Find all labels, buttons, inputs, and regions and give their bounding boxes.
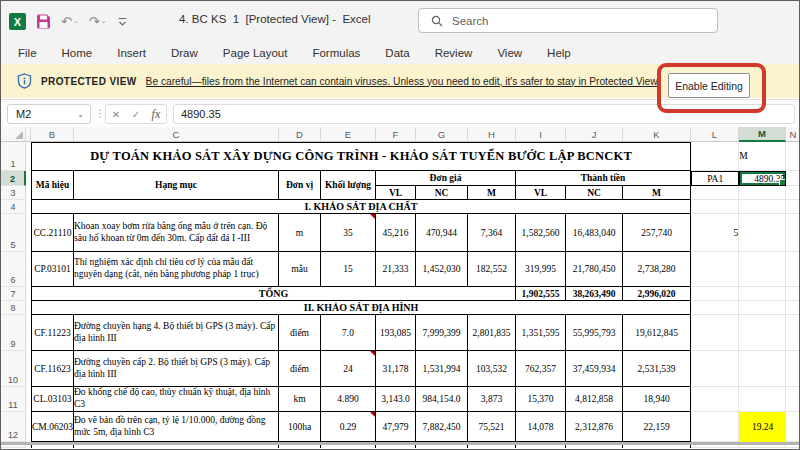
item-amount-m-cell[interactable]: 18,940	[623, 387, 691, 412]
undo-icon[interactable]: ↶⌄	[61, 14, 79, 29]
item-description-cell[interactable]: Thí nghiệm xác định chỉ tiêu cơ lý của m…	[74, 252, 279, 287]
item-amount-nc-cell[interactable]: 21,780,450	[566, 252, 623, 287]
header-ma-hieu[interactable]: Mã hiệu	[31, 171, 74, 200]
section-1-header[interactable]: I. KHẢO SÁT ĐỊA CHẤT	[31, 200, 691, 214]
empty-cell[interactable]	[786, 200, 800, 214]
enter-icon[interactable]: ✓	[132, 109, 140, 120]
column-header-e[interactable]: E	[321, 127, 376, 142]
save-icon[interactable]	[36, 14, 51, 29]
empty-cell[interactable]	[786, 186, 800, 200]
empty-cell[interactable]	[786, 412, 800, 442]
menu-tab-page-layout[interactable]: Page Layout	[223, 47, 288, 59]
item-code-cell[interactable]: CF.11223	[31, 315, 74, 351]
empty-cell[interactable]	[786, 301, 800, 315]
column-header-d[interactable]: D	[279, 127, 321, 142]
menu-tab-home[interactable]: Home	[62, 47, 93, 59]
empty-cell[interactable]	[691, 186, 739, 200]
row-header-4[interactable]: 4	[1, 200, 26, 214]
item-description-cell[interactable]: Đường chuyền hạng 4. Bộ thiết bị GPS (3 …	[74, 315, 279, 351]
header-nc[interactable]: NC	[566, 186, 623, 200]
empty-cell[interactable]	[786, 142, 800, 171]
menu-tab-review[interactable]: Review	[435, 47, 473, 59]
column-header-l[interactable]: L	[691, 127, 739, 142]
column-header-h[interactable]: H	[468, 127, 516, 142]
empty-cell[interactable]	[786, 315, 800, 351]
item-unit-cell[interactable]: km	[279, 387, 321, 412]
empty-cell[interactable]	[739, 315, 786, 351]
column-header-i[interactable]: I	[516, 127, 566, 142]
pa1-cell[interactable]: PA1	[691, 171, 739, 186]
item-quantity-cell[interactable]: 24	[321, 351, 376, 387]
row-header-8[interactable]: 8	[1, 301, 26, 315]
item-unit-cell[interactable]: m	[279, 214, 321, 252]
total-label-cell[interactable]: TỔNG	[31, 287, 516, 301]
item-quantity-cell[interactable]: 4.890	[321, 387, 376, 412]
empty-cell[interactable]	[786, 387, 800, 412]
item-amount-vl-cell[interactable]: 15,370	[516, 387, 566, 412]
empty-cell[interactable]	[786, 287, 800, 301]
menu-tab-data[interactable]: Data	[385, 47, 409, 59]
item-amount-m-cell[interactable]: 2,531,539	[623, 351, 691, 387]
item-amount-nc-cell[interactable]: 37,459,934	[566, 351, 623, 387]
item-amount-nc-cell[interactable]: 55,995,793	[566, 315, 623, 351]
empty-cell[interactable]	[739, 351, 786, 387]
formula-input[interactable]: 4890.35	[173, 104, 795, 124]
menu-tab-view[interactable]: View	[497, 47, 522, 59]
empty-cell[interactable]	[691, 387, 739, 412]
empty-cell[interactable]	[786, 351, 800, 387]
header-khoi-luong[interactable]: Khối lượng	[321, 171, 376, 200]
header-don-vi[interactable]: Đơn vị	[279, 171, 321, 200]
item-unitprice-vl-cell[interactable]: 31,178	[376, 351, 416, 387]
item-description-cell[interactable]: Đo khống chế độ cao, thủy chuẩn kỹ thuật…	[74, 387, 279, 412]
item-unitprice-nc-cell[interactable]: 1,531,994	[416, 351, 468, 387]
empty-cell[interactable]	[691, 412, 739, 442]
item-quantity-cell[interactable]: 15	[321, 252, 376, 287]
item-amount-vl-cell[interactable]: 762,357	[516, 351, 566, 387]
sheet-title-cell[interactable]: DỰ TOÁN KHẢO SÁT XÂY DỰNG CÔNG TRÌNH - K…	[31, 142, 691, 171]
item-unitprice-nc-cell[interactable]: 470,944	[416, 214, 468, 252]
item-amount-m-cell[interactable]: 2,738,280	[623, 252, 691, 287]
column-header-k[interactable]: K	[623, 127, 691, 142]
item-unitprice-vl-cell[interactable]: 45,216	[376, 214, 416, 252]
item-unitprice-nc-cell[interactable]: 1,452,030	[416, 252, 468, 287]
item-quantity-cell[interactable]: 35	[321, 214, 376, 252]
item-code-cell[interactable]: CF.11623	[31, 351, 74, 387]
column-header-n[interactable]: N	[786, 127, 800, 142]
empty-cell[interactable]	[691, 351, 739, 387]
enable-editing-button[interactable]: Enable Editing	[668, 73, 750, 98]
item-unitprice-m-cell[interactable]: 103,532	[468, 351, 516, 387]
row-header-11[interactable]: 11	[1, 387, 26, 412]
name-box[interactable]: M2 ⌄	[7, 104, 91, 124]
empty-cell[interactable]	[739, 200, 786, 214]
header-vl[interactable]: VL	[516, 186, 566, 200]
empty-cell[interactable]	[786, 171, 800, 186]
item-unitprice-m-cell[interactable]: 182,552	[468, 252, 516, 287]
item-amount-m-cell[interactable]: 19,612,845	[623, 315, 691, 351]
item-code-cell[interactable]: CP.03101	[31, 252, 74, 287]
header-nc[interactable]: NC	[416, 186, 468, 200]
protected-view-message-link[interactable]: Be careful—files from the Internet can c…	[146, 76, 660, 87]
header-m[interactable]: M	[623, 186, 691, 200]
active-cell-m2[interactable]: 4890.35	[739, 171, 786, 186]
item-unitprice-vl-cell[interactable]: 21,333	[376, 252, 416, 287]
item-unit-cell[interactable]: điểm	[279, 351, 321, 387]
menu-tab-insert[interactable]: Insert	[117, 47, 146, 59]
column-header-g[interactable]: G	[416, 127, 468, 142]
menu-tab-formulas[interactable]: Formulas	[312, 47, 360, 59]
item-unitprice-m-cell[interactable]: 7,364	[468, 214, 516, 252]
item-description-cell[interactable]: Đường chuyền cấp 2. Bộ thiết bị GPS (3 m…	[74, 351, 279, 387]
item-amount-m-cell[interactable]: 22,159	[623, 412, 691, 442]
empty-cell[interactable]	[691, 301, 739, 315]
item-amount-m-cell[interactable]: 257,740	[623, 214, 691, 252]
item-unitprice-m-cell[interactable]: 75,521	[468, 412, 516, 442]
item-amount-nc-cell[interactable]: 4,812,858	[566, 387, 623, 412]
item-unitprice-m-cell[interactable]: 3,873	[468, 387, 516, 412]
item-unitprice-nc-cell[interactable]: 984,154.0	[416, 387, 468, 412]
cancel-icon[interactable]: ✕	[112, 109, 120, 120]
column-header-c[interactable]: C	[74, 127, 279, 142]
item-description-cell[interactable]: Đo vẽ bản đồ trên cạn, tỷ lệ 1/10.000, đ…	[74, 412, 279, 442]
row-header-6[interactable]: 6	[1, 252, 26, 287]
column-header-j[interactable]: J	[566, 127, 623, 142]
row-header-10[interactable]: 10	[1, 351, 26, 387]
item-quantity-cell[interactable]: 0.29	[321, 412, 376, 442]
